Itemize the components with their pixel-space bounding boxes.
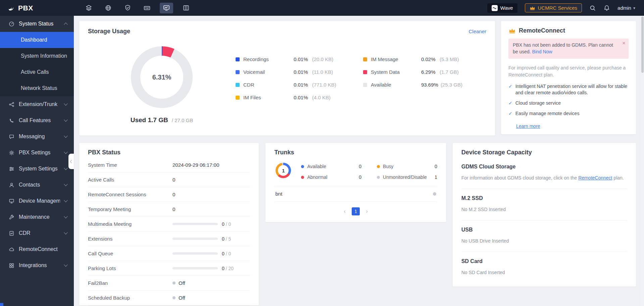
sidebar-item-device-management[interactable]: Device Managem... — [0, 193, 74, 209]
pbx-row-scheduled-backup: Scheduled Backup Off — [88, 291, 250, 305]
storage-donut-percent: 6.31% — [131, 46, 193, 108]
scrollbar-thumb[interactable] — [641, 16, 644, 73]
pbx-row-system-time: System Time 2024-09-29 06:17:00 — [88, 158, 250, 172]
gdms-alert-text: PBX has not been added to GDMS. Plan can… — [513, 42, 613, 54]
caret-down-icon: ▾ — [633, 6, 635, 10]
wallboard-icon[interactable] — [179, 3, 193, 13]
storage-used-value: Used 1.7 GB — [131, 116, 168, 123]
sidebar-item-system-settings[interactable]: System Settings — [0, 161, 74, 177]
pagination-prev[interactable]: ‹ — [341, 207, 349, 215]
legend-swatch — [236, 96, 240, 100]
legend-swatch — [236, 70, 240, 74]
progress-bar — [172, 252, 218, 255]
sidebar-item-label: Contacts — [19, 182, 60, 188]
topbar-nav — [82, 3, 193, 13]
dashboard-monitor-icon[interactable] — [160, 3, 173, 13]
pbx-row-active-calls: Active Calls 0 — [88, 172, 250, 187]
app-logo: PBX — [0, 4, 74, 12]
pbx-row-fail2ban: Fail2Ban Off — [88, 276, 250, 291]
legend-item-recordings: Recordings 0.01% (20.0 KB) — [236, 56, 346, 62]
bind-now-link[interactable]: Bind Now — [532, 49, 552, 54]
trunk-status-dot — [433, 192, 436, 196]
legend-swatch — [363, 57, 367, 61]
crown-icon — [508, 28, 516, 34]
legend-item-im-files: IM Files 0.01% (4.0 KB) — [236, 95, 346, 100]
learn-more-link[interactable]: Learn more — [516, 123, 540, 129]
storage-section-gdms: GDMS Cloud Storage For information about… — [461, 157, 627, 189]
pbx-row-call-queue: Call Queue 0/ 0 — [88, 246, 250, 261]
gear-icon — [8, 150, 14, 156]
sidebar-item-label: PBX Settings — [19, 150, 60, 156]
notification-bell-icon[interactable] — [603, 5, 610, 11]
page-scrollbar[interactable] — [641, 16, 644, 306]
ucmrc-services-button[interactable]: UCMRC Services — [525, 3, 582, 12]
storage-section-m2ssd: M.2 SSD No M.2 SSD Inserted — [461, 189, 627, 220]
sidebar-subitem-dashboard[interactable]: Dashboard — [0, 32, 74, 48]
sidebar-item-label: Maintenance — [19, 214, 60, 220]
sidebar-item-integrations[interactable]: Integrations — [0, 257, 74, 273]
status-dot — [172, 296, 176, 299]
grid-icon — [8, 262, 14, 268]
sidebar-item-pbx-settings[interactable]: PBX Settings — [0, 145, 74, 161]
sidebar-item-call-features[interactable]: Call Features — [0, 112, 74, 129]
pagination-page-1[interactable]: 1 — [352, 207, 360, 215]
legend-swatch — [236, 57, 240, 61]
shield-check-icon[interactable] — [121, 3, 134, 13]
legend-dot — [301, 165, 304, 168]
trunk-row-bnt[interactable]: bnt — [274, 186, 437, 202]
search-icon[interactable] — [589, 5, 596, 11]
sidebar-item-label: CDR — [19, 230, 60, 236]
progress-bar — [172, 238, 218, 240]
close-icon[interactable]: × — [622, 40, 626, 46]
sidebar-item-label: Device Managem... — [19, 198, 60, 204]
sidebar-item-system-status[interactable]: System Status — [0, 16, 74, 32]
dashboard-content: Storage Usage Cleaner 6.31% Used 1.7 GB … — [74, 16, 644, 306]
feature-item: ✓ Cloud storage service — [508, 100, 629, 107]
chevron-down-icon — [64, 231, 67, 234]
pbx-row-extensions: Extensions 0/ 5 — [88, 232, 250, 246]
user-menu[interactable]: admin ▾ — [617, 5, 635, 11]
chevron-down-icon — [64, 214, 67, 218]
check-icon: ✓ — [508, 110, 512, 117]
storage-used-label: Used 1.7 GB / 27.0 GB — [131, 116, 193, 124]
check-icon: ✓ — [508, 100, 512, 107]
trunk-legend-available: Available 0 — [301, 164, 361, 169]
sidebar-item-cdr[interactable]: CDR — [0, 225, 74, 241]
sidebar-item-label: System Settings — [19, 166, 60, 172]
share-nodes-icon — [8, 101, 14, 107]
storage-section-usb: USB No USB Drive Inserted — [461, 220, 627, 252]
sidebar-item-label: System Status — [19, 21, 60, 27]
legend-dot — [377, 176, 380, 179]
sidebar-subitem-system-information[interactable]: System Information — [0, 48, 74, 64]
pbx-row-remoteconnect-sessions: RemoteConnect Sessions 0 — [88, 187, 250, 202]
legend-item-voicemail: Voicemail 0.01% (11.0 KB) — [236, 69, 346, 75]
sidebar: System Status Dashboard System Informati… — [0, 16, 74, 306]
pbx-status-title: PBX Status — [88, 149, 250, 156]
sidebar-item-remoteconnect[interactable]: RemoteConnect — [0, 241, 74, 257]
sidebar-item-extension-trunk[interactable]: Extension/Trunk — [0, 96, 74, 112]
layers-icon[interactable] — [82, 3, 95, 13]
status-dot — [172, 282, 176, 285]
remoteconnect-plan-link[interactable]: RemoteConnect — [578, 175, 612, 181]
sidebar-item-maintenance[interactable]: Maintenance — [0, 209, 74, 225]
sidebar-item-contacts[interactable]: Contacts — [0, 177, 74, 193]
cleaner-link[interactable]: Cleaner — [468, 29, 486, 34]
storage-donut-chart: 6.31% — [131, 46, 193, 108]
wave-button[interactable]: Wave — [487, 3, 517, 13]
storage-usage-title: Storage Usage — [88, 28, 130, 35]
remoteconnect-features: ✓ Intelligent NAT penetration service wi… — [508, 83, 629, 117]
gauge-icon — [8, 21, 14, 27]
ucmrc-button-label: UCMRC Services — [538, 5, 578, 11]
keypad-icon[interactable] — [140, 3, 154, 13]
sidebar-item-messaging[interactable]: Messaging — [0, 129, 74, 145]
sidebar-item-label: RemoteConnect — [19, 246, 67, 252]
pbx-row-multimedia-meeting: Multimedia Meeting 0/ 0 — [88, 217, 250, 232]
sidebar-subitem-active-calls[interactable]: Active Calls — [0, 64, 74, 80]
trunks-pagination: ‹ 1 › — [274, 207, 437, 215]
chevron-left-icon — [70, 160, 73, 163]
globe-icon[interactable] — [101, 3, 115, 13]
pagination-next[interactable]: › — [363, 207, 371, 215]
legend-dot — [301, 176, 304, 179]
sidebar-collapse-handle[interactable] — [68, 154, 74, 169]
sidebar-subitem-network-status[interactable]: Network Status — [0, 80, 74, 96]
